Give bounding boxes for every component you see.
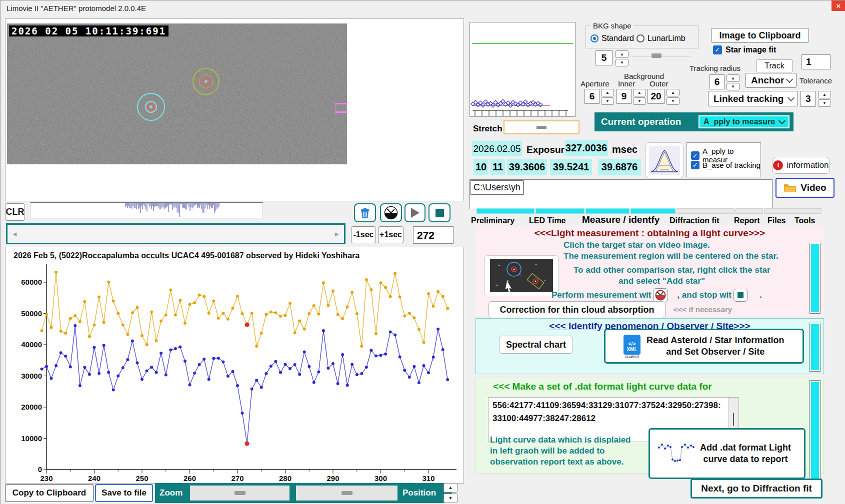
close-button[interactable]: × [832,0,845,11]
inner-input[interactable]: 9 [616,89,632,104]
step-up-icon[interactable]: ▲ [818,91,831,98]
tab-tools[interactable]: Tools [794,216,815,225]
stop-button[interactable] [428,203,450,222]
smoothing-slider-thumb[interactable] [652,53,662,58]
measure-button[interactable] [380,203,402,222]
position-slider[interactable] [296,486,398,501]
target-star[interactable] [150,105,152,108]
tab-led-time[interactable]: LED Time [529,216,566,225]
clr-button[interactable]: CLR [5,203,25,221]
tolerance-input[interactable]: 3 [800,91,816,107]
step-down-icon[interactable]: ▼ [616,59,628,66]
smoothing-stepper[interactable]: ▲▼ [616,50,628,66]
video-frame[interactable]: 2026 02 05 10:11:39:691 [7,23,347,164]
aperture-stepper[interactable]: ▲▼ [601,89,614,105]
outer-stepper[interactable]: ▲▼ [666,89,680,105]
svg-text:40000: 40000 [21,340,42,349]
comparison-star[interactable] [204,80,208,83]
cloud-correction-button[interactable]: Correction for thin cloud absorption [488,301,666,318]
checkbox-checked-icon: ✓ [691,161,700,169]
current-operation-dropdown[interactable]: A_pply to measure [698,115,790,128]
radio-standard[interactable]: Standard [590,34,634,43]
anchor-dropdown[interactable]: Anchor [746,73,796,88]
step-up-icon[interactable]: ▲ [616,50,628,58]
stretch-slider[interactable] [504,120,580,134]
save-to-file-button[interactable]: Save to file [95,484,153,502]
information-button[interactable]: i information [772,157,830,174]
section3-scrollbar[interactable] [810,380,820,480]
tracking-radius-input[interactable]: 6 [710,74,724,89]
inner-stepper[interactable]: ▲▼ [633,89,646,105]
read-asteroid-button[interactable]: ····· </> XML occelmnt Read Asteroid / S… [604,329,804,364]
add-dat-to-report-button[interactable]: Add .dat format Light curve data to repo… [648,428,806,479]
open-video-button[interactable]: Video [776,178,834,198]
tolerance-stepper[interactable]: ▲▼ [818,91,831,107]
outer-label: Outer [650,79,668,88]
tab-measure-identify[interactable]: Measure / identfy [582,214,660,225]
tab-report[interactable]: Report [734,216,760,225]
step-down-icon[interactable]: ▼ [666,97,680,105]
step-up-icon[interactable]: ▲ [601,89,614,96]
radio-lunarlimb[interactable]: LunarLimb [636,34,686,43]
svg-text:240: 240 [88,474,100,483]
psf-preview-card[interactable] [646,142,684,178]
perform-text-pre: Perform mesurement wit [552,290,651,300]
step-up-icon[interactable]: ▲ [666,89,680,96]
svg-text:60000: 60000 [21,278,42,286]
spectral-chart-button[interactable]: Spectral chart [499,336,573,354]
step-down-icon[interactable]: ▼ [818,99,831,107]
position-stepper[interactable]: ▲ ▼ [444,483,458,503]
play-button[interactable] [404,203,426,222]
current-operation-value: A_pply to measure [704,117,775,126]
position-label: Position [402,488,436,498]
aperture-label: Aperture [580,79,610,88]
copy-to-clipboard-button[interactable]: Copy to Clipboard [5,484,94,502]
star-image-fit-checkbox[interactable]: ✓ Star image fit [713,45,776,54]
outer-input[interactable]: 20 [648,89,664,104]
section1-scrollbar[interactable] [810,243,820,314]
waveform-plot [30,203,262,218]
current-operation-label: Current operation [601,116,681,127]
frame-number-input[interactable]: 272 [413,226,454,244]
plus-1sec-button[interactable]: +1sec [378,226,404,243]
info-icon: i [773,160,783,170]
section2-scrollbar[interactable] [810,323,820,372]
step-up-icon[interactable]: ▲ [726,74,740,82]
tracking-radius-stepper[interactable]: ▲▼ [726,74,740,90]
chevron-down-icon [786,76,793,83]
frame-scrollbar[interactable]: ◄ ► [6,223,346,244]
tab-preliminary[interactable]: Preliminary [471,216,514,225]
dat-box-scrollbar-thumb[interactable] [733,413,734,426]
smoothing-input[interactable]: 5 [596,50,612,65]
aperture-input[interactable]: 6 [584,89,600,104]
step-up-icon[interactable]: ▲ [633,89,646,96]
anchor-dropdown-value: Anchor [751,75,784,86]
tab-files[interactable]: Files [768,216,786,225]
step-up-icon[interactable]: ▲ [444,483,458,493]
base-of-tracking-checkbox[interactable]: ✓ B_ase of tracking [691,161,760,169]
image-to-clipboard-button[interactable]: Image to Clipboard [711,28,809,43]
stretch-slider-thumb[interactable] [536,126,546,129]
linked-tracking-dropdown[interactable]: Linked tracking [708,91,798,106]
zoom-slider[interactable] [190,486,290,501]
delete-button[interactable] [354,203,376,222]
scroll-left-arrow-icon[interactable]: ◄ [12,230,18,238]
video-path-box[interactable]: C:\Users\yh [470,179,772,209]
step-down-icon[interactable]: ▼ [633,97,646,105]
tab-diffraction-fit[interactable]: Diffraction fit [670,216,720,225]
light-curve-icon [657,441,695,467]
zoom-slider-thumb[interactable] [234,491,246,495]
step-down-icon[interactable]: ▼ [444,494,458,503]
svg-text:300: 300 [374,474,387,483]
step-down-icon[interactable]: ▼ [726,83,740,90]
minus-1sec-button[interactable]: -1sec [351,226,376,243]
track-count-input[interactable]: 1 [802,54,830,69]
next-diffraction-fit-button[interactable]: Next, go to Diffraction fit [690,479,822,499]
track-button[interactable]: Track [756,59,792,72]
step-down-icon[interactable]: ▼ [601,97,614,105]
scroll-right-arrow-icon[interactable]: ► [334,230,340,238]
position-slider-thumb[interactable] [342,491,352,495]
tracking-residual-plot [470,22,576,117]
star-image-fit-label: Star image fit [726,45,776,54]
video-path-text: C:\Users\yh [470,180,524,195]
